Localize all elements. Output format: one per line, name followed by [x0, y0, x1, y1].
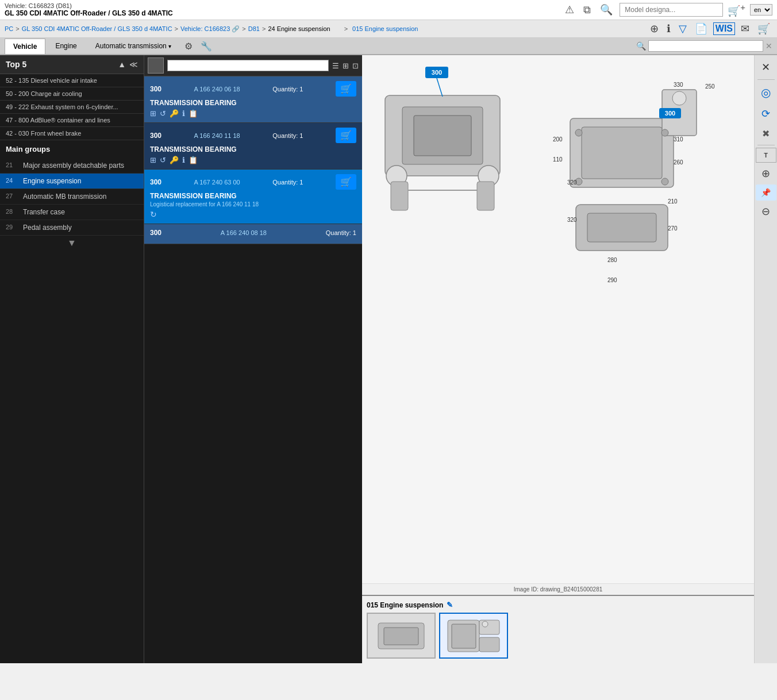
image-id: Image ID: drawing_B24015000281	[362, 583, 754, 595]
top5-item-5[interactable]: 42 - 030 Front wheel brake	[0, 127, 144, 140]
svg-rect-2	[414, 116, 471, 156]
group-label-27: Automatic MB transmission	[23, 193, 106, 201]
document-icon[interactable]: 📄	[693, 21, 710, 36]
parts-color-swatch	[148, 57, 164, 74]
group-label-24: Engine suspension	[23, 177, 81, 185]
part-grid-icon-1[interactable]: ⊞	[150, 109, 156, 118]
parts-expand-btn[interactable]: ⊡	[352, 61, 359, 70]
sidebar-title: Top 5	[6, 60, 26, 69]
tab-vehicle[interactable]: Vehicle	[5, 39, 45, 54]
copy-icon[interactable]: ⧉	[581, 3, 593, 17]
warning-icon[interactable]: ⚠	[563, 2, 576, 17]
svg-text:320: 320	[567, 217, 577, 223]
part-key-icon-2[interactable]: 🔑	[170, 156, 179, 164]
part-cart-btn-2[interactable]: 🛒	[336, 128, 356, 143]
thumbnails	[367, 613, 749, 659]
breadcrumb-sub[interactable]: 015 Engine suspension	[352, 25, 418, 32]
part-qty-3: Quantity: 1	[272, 179, 303, 186]
rt-cross-btn[interactable]: ✖	[756, 125, 776, 143]
part-icons-1: ⊞ ↺ 🔑 ℹ 📋	[150, 109, 356, 118]
part-code-1: A 166 240 06 18	[194, 86, 240, 93]
rt-zoom-in-btn[interactable]: ⊕	[756, 164, 776, 183]
part-code-2: A 166 240 11 18	[194, 132, 240, 139]
part-grid-icon-2[interactable]: ⊞	[150, 156, 156, 164]
svg-point-17	[575, 129, 582, 136]
parts-search-input[interactable]	[167, 60, 329, 71]
svg-text:250: 250	[705, 83, 715, 90]
wrench-icon[interactable]: 🔧	[197, 39, 216, 54]
tab-auto-transmission[interactable]: Automatic transmission ▾	[87, 38, 180, 54]
sidebar-group-21[interactable]: 21 Major assembly detachable parts	[0, 158, 144, 174]
part-refresh-icon-2[interactable]: ↺	[160, 156, 166, 164]
sidebar-minimize-btn[interactable]: ≪	[129, 60, 138, 69]
part-key-icon-1[interactable]: 🔑	[170, 109, 179, 118]
sidebar-group-29[interactable]: 29 Pedal assembly	[0, 220, 144, 236]
rt-text-btn[interactable]: T	[756, 148, 776, 163]
parts-grid-view-btn[interactable]: ⊞	[343, 61, 349, 70]
part-cart-btn-3[interactable]: 🛒	[336, 174, 356, 190]
group-num-28: 28	[6, 208, 18, 215]
breadcrumb: PC > GL 350 CDI 4MATIC Off-Roader / GLS …	[5, 25, 418, 33]
breadcrumb-model[interactable]: GL 350 CDI 4MATIC Off-Roader / GLS 350 d…	[22, 25, 172, 32]
parts-toolbar: ☰ ⊞ ⊡	[144, 55, 362, 76]
part-doc-icon-1[interactable]: 📋	[189, 109, 198, 118]
filter-icon[interactable]: ▽	[676, 21, 689, 36]
top5-item-1[interactable]: 52 - 135 Diesel vehicle air intake	[0, 74, 144, 87]
group-num-29: 29	[6, 224, 18, 230]
sidebar-scroll-down[interactable]: ▼	[67, 238, 76, 248]
part-icons-2: ⊞ ↺ 🔑 ℹ 📋	[150, 156, 356, 164]
rt-zoom-out-btn[interactable]: ⊖	[756, 202, 776, 221]
breadcrumb-vehicle[interactable]: Vehicle: C166823 🔗	[180, 25, 240, 33]
search-icon[interactable]: 🔍	[598, 2, 615, 17]
part-info-icon-1[interactable]: ℹ	[182, 109, 185, 118]
rt-pin-btn[interactable]: 📌	[756, 184, 776, 201]
thumbnail-2-img	[445, 617, 502, 655]
rt-history-btn[interactable]: ⟳	[756, 104, 776, 124]
left-diagram: 300	[368, 61, 529, 256]
thumbnail-2[interactable]	[439, 613, 508, 659]
model-search-input[interactable]	[620, 3, 723, 17]
top5-item-3[interactable]: 49 - 222 Exhaust system on 6-cylinder...	[0, 101, 144, 114]
breadcrumb-pc[interactable]: PC	[5, 25, 13, 32]
parts-section: ☰ ⊞ ⊡ 300 A 166 240 06 18 Quantity: 1 🛒 …	[144, 55, 362, 663]
svg-point-42	[482, 621, 488, 627]
part-item-3: 300 A 167 240 63 00 Quantity: 1 🛒 TRANSM…	[144, 170, 362, 224]
bottom-edit-icon[interactable]: ✎	[447, 601, 453, 609]
main-groups-title: Main groups	[0, 140, 144, 158]
sidebar-group-27[interactable]: 27 Automatic MB transmission	[0, 189, 144, 205]
zoom-fit-icon[interactable]: ⊕	[648, 21, 661, 36]
part-refresh-icon-1[interactable]: ↺	[160, 109, 166, 118]
tab-dropdown-arrow: ▾	[168, 43, 171, 49]
wis-icon[interactable]: WIS	[713, 22, 735, 35]
vehicle-info-block: Vehicle: C166823 (D81) GL 350 CDI 4MATIC…	[5, 2, 558, 17]
part-cart-btn-1[interactable]: 🛒	[336, 81, 356, 97]
sidebar-group-24[interactable]: 24 Engine suspension	[0, 174, 144, 189]
breadcrumb-d81[interactable]: D81	[248, 25, 260, 32]
basket-icon[interactable]: 🛒	[755, 21, 772, 36]
svg-text:280: 280	[607, 257, 617, 263]
settings-icon[interactable]: ⚙	[181, 39, 196, 54]
mail-icon[interactable]: ✉	[738, 21, 752, 36]
cart-icon[interactable]: 🛒+	[728, 2, 745, 17]
part-info-icon-2[interactable]: ℹ	[182, 156, 185, 164]
rt-close-btn[interactable]: ✕	[756, 57, 776, 77]
info-icon[interactable]: ℹ	[664, 21, 673, 36]
top5-item-4[interactable]: 47 - 800 AdBlue® container and lines	[0, 114, 144, 127]
rt-zoom-circle-btn[interactable]: ◎	[756, 82, 776, 103]
sidebar-group-28[interactable]: 28 Transfer case	[0, 205, 144, 220]
part-doc-icon-2[interactable]: 📋	[189, 156, 198, 164]
parts-list-view-btn[interactable]: ☰	[332, 61, 339, 70]
part-qty-2: Quantity: 1	[272, 132, 303, 139]
svg-text:320: 320	[567, 179, 577, 186]
tab-search-clear[interactable]: ✕	[766, 41, 772, 51]
language-select[interactable]: en de fr	[750, 4, 772, 16]
group-num-27: 27	[6, 193, 18, 199]
tab-search-input[interactable]	[648, 40, 763, 52]
svg-line-10	[437, 78, 443, 97]
top5-item-2[interactable]: 50 - 200 Charge air cooling	[0, 87, 144, 101]
thumbnail-1[interactable]	[367, 613, 436, 659]
rt-divider-2	[757, 145, 775, 145]
tab-engine[interactable]: Engine	[47, 38, 85, 54]
sidebar-collapse-btn[interactable]: ▲	[118, 60, 126, 69]
group-label-28: Transfer case	[23, 208, 65, 216]
